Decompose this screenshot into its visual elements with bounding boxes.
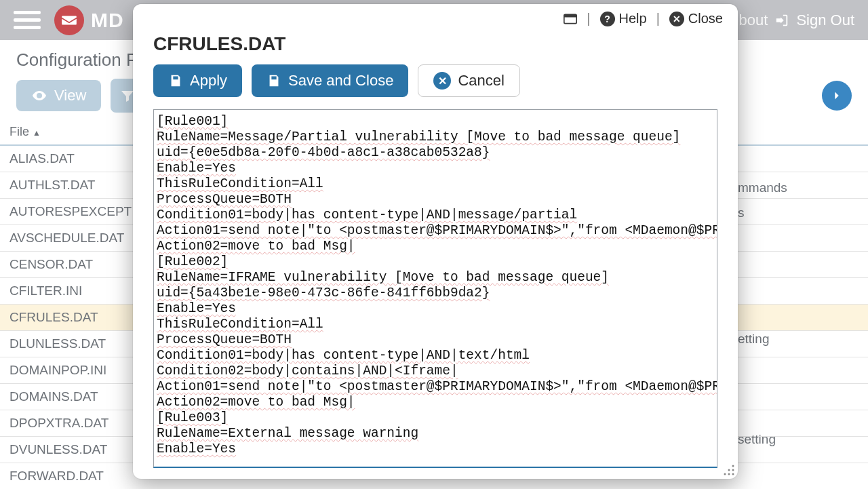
svg-point-3 (732, 469, 734, 471)
chevron-right-icon (829, 88, 844, 103)
svg-point-6 (728, 473, 730, 475)
desc-fragment-4: setting (738, 432, 776, 447)
dialog-header: | ? Help | ✕ Close (133, 4, 738, 26)
eye-icon (31, 87, 47, 104)
resize-grip[interactable] (723, 464, 735, 476)
close-link[interactable]: ✕ Close (669, 11, 723, 26)
sort-asc-icon: ▲ (33, 128, 41, 138)
cancel-x-icon: ✕ (433, 72, 451, 90)
signout-link[interactable]: Sign Out (796, 12, 854, 29)
about-link-fragment[interactable]: bout (739, 12, 768, 29)
svg-point-4 (728, 469, 730, 471)
next-page-button[interactable] (822, 81, 852, 111)
save-disk-icon (168, 73, 183, 88)
svg-rect-1 (564, 14, 576, 17)
desc-fragment-2: s (738, 206, 745, 220)
svg-point-7 (724, 473, 726, 475)
view-button-label: View (54, 87, 86, 104)
svg-point-5 (732, 473, 734, 475)
envelope-icon (54, 5, 84, 35)
question-icon: ? (600, 12, 615, 26)
menu-toggle-button[interactable] (14, 7, 41, 34)
dialog-title: CFRULES.DAT (133, 26, 738, 64)
svg-point-2 (732, 465, 734, 467)
dialog-actions: Apply Save and Close ✕ Cancel (133, 64, 738, 109)
app-logo: MD (54, 5, 124, 35)
file-content-editor[interactable] (153, 109, 717, 468)
window-restore-icon[interactable] (564, 14, 577, 24)
apply-button[interactable]: Apply (153, 64, 242, 97)
cancel-button[interactable]: ✕ Cancel (418, 64, 519, 97)
logo-text: MD (91, 9, 124, 32)
help-link[interactable]: ? Help (600, 11, 647, 26)
signout-icon (774, 13, 789, 28)
save-disk-icon (267, 73, 281, 88)
view-button[interactable]: View (16, 80, 101, 111)
desc-fragment-3: etting (738, 332, 769, 347)
close-icon: ✕ (669, 12, 684, 26)
file-editor-dialog: | ? Help | ✕ Close CFRULES.DAT Apply Sav… (133, 4, 738, 479)
save-close-button[interactable]: Save and Close (252, 64, 408, 97)
desc-fragment-1: mmands (738, 180, 787, 195)
